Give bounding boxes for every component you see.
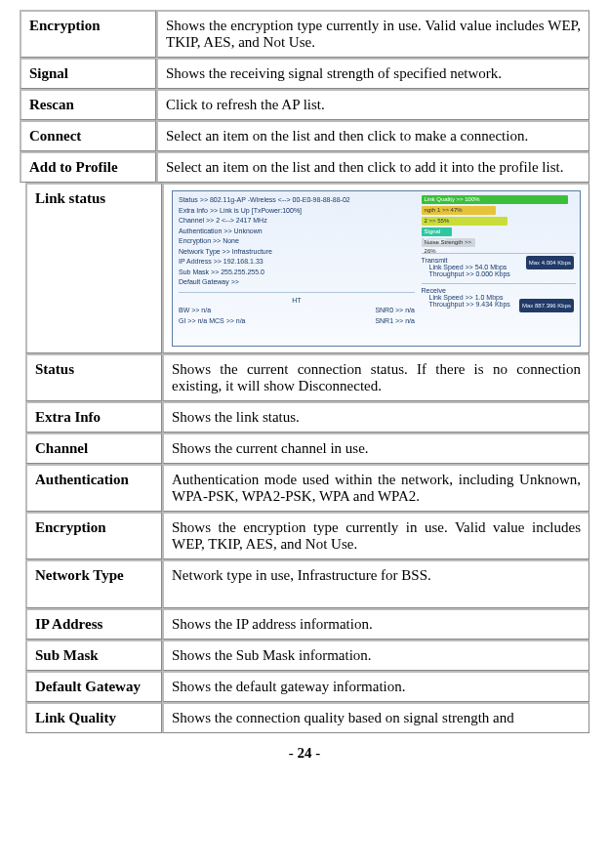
mini-ht: HT [179, 292, 415, 307]
row-desc: Shows the current channel in use. [162, 433, 589, 464]
row-desc: Shows the Sub Mask information. [162, 640, 589, 671]
mini-max-box-1: Max 4.004 Kbps [526, 256, 574, 269]
row-label: Rescan [20, 89, 156, 120]
row-label: Connect [20, 120, 156, 151]
row-desc: Network type in use, Infrastructure for … [162, 559, 589, 608]
mini-link-quality-bar: Link Quality >> 100% [422, 195, 569, 204]
mini-auth: Authentication >> Unknown [179, 227, 415, 237]
definitions-table-1: Encryption Shows the encryption type cur… [20, 10, 589, 183]
row-desc: Authentication mode used within the netw… [162, 464, 589, 512]
embedded-screenshot: Status >> 802.11g-AP -Wireless <--> 00-E… [172, 190, 581, 347]
row-desc: Select an item on the list and then clic… [156, 120, 589, 151]
page-number: - 24 - [20, 745, 589, 762]
row-desc: Shows the receiving signal strength of s… [156, 58, 589, 89]
row-label: Encryption [20, 10, 156, 58]
mini-extra: Extra Info >> Link is Up [TxPower:100%] [179, 206, 415, 217]
mini-tx-thru: Throughput >> 0.000 Kbps [429, 270, 576, 277]
row-label: Authentication [25, 464, 162, 512]
mini-snr1: SNR1 >> n/a [375, 316, 414, 327]
row-label: Signal [20, 58, 156, 89]
row-label: Extra Info [25, 401, 162, 433]
mini-max-box-2: Max 887.396 Kbps [519, 299, 574, 312]
row-desc: Click to refresh the AP list. [156, 89, 589, 120]
definitions-table-2: Link status Status >> 802.11g-AP -Wirele… [25, 183, 589, 733]
mini-channel: Channel >> 2 <--> 2417 MHz [179, 216, 415, 227]
mini-gi: GI >> n/a MCS >> n/a [179, 316, 245, 327]
row-desc: Shows the encryption type currently in u… [156, 10, 589, 58]
mini-receive-label: Receive [422, 287, 576, 294]
row-desc: Select an item on the list and then clic… [156, 151, 589, 183]
row-label: Channel [25, 433, 162, 464]
mini-signal2-bar: 2 >> 55% [422, 217, 508, 226]
row-desc: Shows the connection quality based on si… [162, 702, 589, 733]
mini-noise-bar: Noise Strength >> 26% [422, 238, 475, 247]
mini-ip: IP Address >> 192.168.1.33 [179, 257, 415, 268]
mini-bw: BW >> n/a [179, 306, 211, 316]
row-desc: Shows the current connection status. If … [162, 353, 589, 401]
mini-status: Status >> 802.11g-AP -Wireless <--> 00-E… [179, 195, 415, 206]
mini-ntype: Network Type >> Infrastructure [179, 247, 415, 258]
row-label: Network Type [25, 559, 162, 608]
mini-gw: Default Gateway >> [179, 277, 415, 288]
row-label: Sub Mask [25, 640, 162, 671]
row-label: Link Quality [25, 702, 162, 733]
row-label: Default Gateway [25, 671, 162, 702]
mini-mask: Sub Mask >> 255.255.255.0 [179, 268, 415, 278]
row-label: IP Address [25, 608, 162, 640]
row-desc: Shows the encryption type currently in u… [162, 512, 589, 559]
link-status-screenshot: Status >> 802.11g-AP -Wireless <--> 00-E… [162, 183, 589, 353]
row-desc: Shows the default gateway information. [162, 671, 589, 702]
row-desc: Shows the link status. [162, 401, 589, 433]
mini-snr0: SNR0 >> n/a [375, 306, 414, 316]
row-label: Status [25, 353, 162, 401]
row-label: Add to Profile [20, 151, 156, 183]
row-desc: Shows the IP address information. [162, 608, 589, 640]
row-label: Encryption [25, 512, 162, 559]
mini-enc: Encryption >> None [179, 236, 415, 247]
mini-signal1-bar: ngth 1 >> 47% [422, 206, 496, 215]
link-status-label: Link status [25, 183, 162, 353]
mini-signal3-bar: Signal Strength 3 >> 76% [422, 227, 453, 236]
